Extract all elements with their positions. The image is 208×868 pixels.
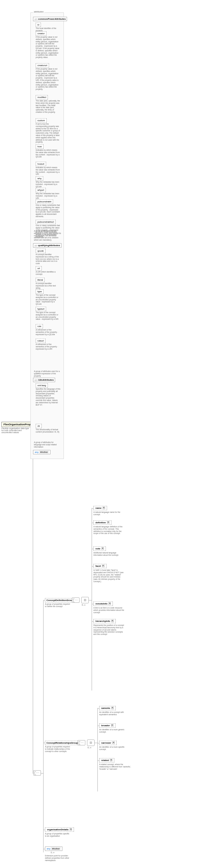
choice-compositor <box>81 597 89 603</box>
attr-desc: If set to true the corresponding propert… <box>36 123 60 143</box>
group-conceptdef: ConceptDefinitionGroup <box>45 598 75 602</box>
attributes-header: attributes <box>33 10 44 13</box>
attr-desc: A concept identifier expressed as a stri… <box>36 253 60 265</box>
expand-icon[interactable]: + <box>112 742 115 744</box>
element-organisationdetails: organisationDetails+ <box>45 828 74 832</box>
group-commonpower: grp commonPowerAttributes <box>33 17 67 21</box>
element-related: related+ <box>99 758 114 763</box>
attr-dir: dir <box>36 424 42 428</box>
element-desc: Represents the position of a concept in … <box>93 624 125 636</box>
connector <box>33 773 34 774</box>
attr-howuri: howuri <box>36 162 46 166</box>
attr-pubconstrainturi: pubconstrainturi <box>36 220 56 224</box>
sequence-compositor <box>78 740 85 745</box>
group-desc: A group of properties required to define… <box>45 603 71 608</box>
expand-icon[interactable]: + <box>102 565 105 567</box>
connector <box>89 600 92 600</box>
cardinality: 0..∞ <box>88 746 91 749</box>
attr-desc: If the property value is not defined, sp… <box>36 36 60 59</box>
attr-why: why <box>36 176 43 181</box>
choice-compositor <box>87 740 95 746</box>
any-element: any##other <box>45 846 62 851</box>
attr-pubconstraint: pubconstraint <box>36 199 53 204</box>
element-desc: A group of properties specific to an org… <box>45 833 71 837</box>
expand-icon[interactable]: + <box>101 547 104 550</box>
attr-how: how <box>36 144 43 149</box>
attr-literal: literal <box>36 278 45 282</box>
group-i18n: grp i18nAttributes <box>33 378 55 382</box>
expand-icon[interactable]: + <box>110 759 112 761</box>
connector <box>43 600 45 600</box>
attr-desc: The type of the concept assigned as a co… <box>36 311 60 320</box>
attr-desc: Why the metadata has been included - exp… <box>36 192 60 199</box>
attr-typeuri: typeuri <box>36 307 46 311</box>
element-desc: An identifier of a more generic concept. <box>99 728 131 733</box>
attr-creatoruri: creatoruri <box>36 63 49 67</box>
expand-icon[interactable]: + <box>109 602 111 605</box>
group-desc: A group of attributes for language and s… <box>34 441 61 448</box>
attr-uri: uri <box>36 266 42 271</box>
element-desc: Extension point for provider-defined pro… <box>45 855 71 861</box>
expand-icon[interactable]: + <box>107 521 109 524</box>
element-desc: In NAR 1.8 and later 'facet' is deprecat… <box>93 569 125 583</box>
attr-desc: If the property value is not defined, sp… <box>36 68 60 90</box>
expand-icon[interactable]: + <box>111 707 114 709</box>
attr-desc: A URI which identifies a concept. <box>36 271 60 275</box>
element-sameas: sameAs+ <box>99 706 116 710</box>
attr-desc: The type of the concept assigned as a co… <box>36 294 60 305</box>
element-desc: A natural language name for the concept. <box>93 511 125 516</box>
attr-desc: The date (and, optionally, the time) whe… <box>36 100 60 113</box>
element-remoteinfo: remoteInfo+ <box>93 601 113 606</box>
element-desc: Additional natural language information … <box>93 552 125 556</box>
attr-id: id <box>36 23 41 27</box>
any-attribute: any##other <box>33 450 51 454</box>
element-desc: An identifier of a more specific concept… <box>99 746 131 751</box>
attr-qcode: qcode <box>36 249 46 253</box>
element-desc: An identifier of a concept with equivale… <box>99 711 131 716</box>
group-qualifying: grp qualifyingAttributes <box>33 243 61 248</box>
attr-role: role <box>36 324 43 329</box>
attr-type: type <box>36 289 43 294</box>
connector <box>43 849 45 849</box>
sequence-compositor <box>72 597 80 603</box>
attr-desc: Why the metadata has been included - exp… <box>36 181 60 188</box>
attr-roleuri: roleuri <box>36 339 46 343</box>
element-name: name+ <box>93 506 107 510</box>
element-desc: A related concept, where the relationshi… <box>99 763 131 770</box>
element-narrower: narrower+ <box>99 741 117 745</box>
element-desc: A link to an item or a web resource whic… <box>93 607 125 614</box>
group-conceptrel: ConceptRelationshipsGroup <box>45 741 79 745</box>
element-facet: facet+ <box>93 564 107 568</box>
element-definition: definition+ <box>93 520 111 525</box>
attr-desc: Specifies the language of this property … <box>36 388 60 406</box>
attr-desc: A refinement of the semantics of the pro… <box>36 343 60 350</box>
group-desc: A group of attributes for all elements o… <box>34 230 61 241</box>
attr-custom: custom <box>36 118 47 123</box>
attr-desc: Indicates by which means the value was e… <box>36 149 60 158</box>
root-desc: Flexible organisation data type for both… <box>1 427 30 433</box>
attr-whyuri: whyuri <box>36 188 46 192</box>
connector <box>97 708 98 792</box>
attr-desc: A refinement of the semantics of the pro… <box>36 329 60 335</box>
expand-icon[interactable]: + <box>70 828 72 831</box>
expand-icon[interactable]: + <box>111 620 114 622</box>
expand-icon[interactable]: + <box>111 724 113 726</box>
connector <box>41 773 43 774</box>
cardinality: 0..∞ <box>51 851 55 854</box>
expand-icon[interactable]: + <box>103 507 105 509</box>
attr-desc: One or many constraints that apply to pu… <box>36 204 60 218</box>
element-note: note+ <box>93 547 106 551</box>
attr-modified: modified <box>36 95 48 99</box>
attr-creator: creator <box>36 31 47 36</box>
connector <box>92 508 92 690</box>
group-desc: A group of attributes used for a qualifi… <box>34 370 61 377</box>
cardinality: 0..∞ <box>82 604 86 606</box>
connector <box>33 424 33 773</box>
element-broader: broader+ <box>99 723 115 728</box>
attr-desc: The directionality of textual content (e… <box>36 429 60 433</box>
connector <box>43 773 43 849</box>
group-desc: A group of properties required to indica… <box>45 746 71 752</box>
attr-desc: A concept identifier expressed as a free… <box>36 282 60 289</box>
attr-desc: Indicates by which means the value was e… <box>36 166 60 176</box>
connector <box>43 743 45 743</box>
